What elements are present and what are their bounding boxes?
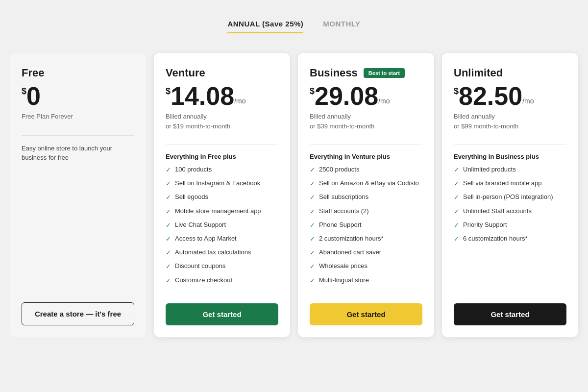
billing-annual[interactable]: ANNUAL (Save 25%) <box>227 20 303 33</box>
feature-item: ✓ Sell in-person (POS integration) <box>454 193 566 202</box>
check-icon: ✓ <box>454 179 459 188</box>
billing-monthly[interactable]: MONTHLY <box>323 20 360 33</box>
feature-item: ✓ Sell on Amazon & eBay via Codisto <box>310 179 422 188</box>
feature-text: 6 customization hours* <box>463 234 528 243</box>
plan-name-business: Business <box>310 67 358 79</box>
price-period-unlimited: /mo <box>522 97 534 105</box>
check-icon: ✓ <box>310 193 315 202</box>
plan-card-free: Free$0Free Plan ForeverEasy online store… <box>10 53 146 337</box>
divider-unlimited <box>454 145 566 145</box>
features-list-business: ✓ 2500 products ✓ Sell on Amazon & eBay … <box>310 165 422 292</box>
check-icon: ✓ <box>166 207 171 216</box>
plan-header-business: BusinessBest to start <box>310 67 422 79</box>
features-header-unlimited: Everything in Business plus <box>454 153 566 160</box>
feature-item: ✓ Multi-lingual store <box>310 276 422 285</box>
feature-text: Staff accounts (2) <box>319 207 369 216</box>
price-period-business: /mo <box>378 97 390 105</box>
check-icon: ✓ <box>310 166 315 174</box>
feature-text: Abandoned cart saver <box>319 248 381 257</box>
price-row-free: $0 <box>22 83 134 109</box>
feature-text: Sell on Amazon & eBay via Codisto <box>319 179 419 188</box>
check-icon: ✓ <box>166 276 171 285</box>
price-amount-unlimited: 82.50 <box>459 83 522 109</box>
feature-item: ✓ Phone Support <box>310 220 422 230</box>
features-header-venture: Everything in Free plus <box>166 153 278 160</box>
feature-text: Sell via branded mobile app <box>463 179 541 188</box>
check-icon: ✓ <box>310 248 315 257</box>
check-icon: ✓ <box>454 221 459 230</box>
price-note-business: Billed annuallyor $39 month-to-month <box>310 112 422 131</box>
plan-card-business: BusinessBest to start$29.08/moBilled ann… <box>298 53 434 337</box>
feature-text: Phone Support <box>319 220 362 229</box>
feature-text: 2 customization hours* <box>319 234 384 243</box>
check-icon: ✓ <box>454 166 459 174</box>
price-note-free: Free Plan Forever <box>22 112 134 122</box>
currency-unlimited: $ <box>454 86 459 97</box>
feature-item: ✓ Priority Support <box>454 220 566 230</box>
feature-item: ✓ 100 products <box>166 165 278 174</box>
divider-venture <box>166 145 278 145</box>
feature-item: ✓ Sell on Instagram & Facebook <box>166 179 278 188</box>
check-icon: ✓ <box>454 207 459 216</box>
cta-button-venture[interactable]: Get started <box>166 303 278 325</box>
check-icon: ✓ <box>454 193 459 202</box>
feature-item: ✓ Access to App Market <box>166 234 278 244</box>
plan-name-venture: Venture <box>166 67 205 79</box>
feature-text: Sell on Instagram & Facebook <box>175 179 260 188</box>
feature-text: 2500 products <box>319 165 359 174</box>
feature-item: ✓ Mobile store management app <box>166 207 278 216</box>
feature-item: ✓ 2500 products <box>310 165 422 174</box>
check-icon: ✓ <box>310 221 315 230</box>
best-badge-business: Best to start <box>364 68 405 78</box>
feature-text: Sell in-person (POS integration) <box>463 193 553 201</box>
cta-button-business[interactable]: Get started <box>310 303 422 325</box>
plan-description-free: Easy online store to launch your busines… <box>22 144 134 163</box>
check-icon: ✓ <box>310 207 315 216</box>
plan-name-unlimited: Unlimited <box>454 67 503 79</box>
feature-text: Automated tax calculations <box>175 248 251 257</box>
feature-item: ✓ Wholesale prices <box>310 262 422 271</box>
plan-card-unlimited: Unlimited$82.50/moBilled annuallyor $99 … <box>442 53 578 337</box>
feature-item: ✓ Unlimited products <box>454 165 566 174</box>
cta-button-free[interactable]: Create a store — it's free <box>22 302 134 325</box>
price-amount-venture: 14.08 <box>171 83 234 109</box>
features-list-venture: ✓ 100 products ✓ Sell on Instagram & Fac… <box>166 165 278 292</box>
check-icon: ✓ <box>166 193 171 202</box>
price-row-unlimited: $82.50/mo <box>454 83 566 109</box>
plans-container: Free$0Free Plan ForeverEasy online store… <box>10 53 578 337</box>
feature-text: Mobile store management app <box>175 207 261 216</box>
plan-card-venture: Venture$14.08/moBilled annuallyor $19 mo… <box>154 53 290 337</box>
plan-header-venture: Venture <box>166 67 278 79</box>
feature-item: ✓ Discount coupons <box>166 262 278 271</box>
check-icon: ✓ <box>310 179 315 188</box>
price-row-business: $29.08/mo <box>310 83 422 109</box>
cta-button-unlimited[interactable]: Get started <box>454 303 566 325</box>
currency-venture: $ <box>166 86 171 97</box>
divider-business <box>310 145 422 145</box>
feature-item: ✓ Unlimited Staff accounts <box>454 207 566 216</box>
divider-free <box>22 135 134 136</box>
features-list-unlimited: ✓ Unlimited products ✓ Sell via branded … <box>454 165 566 292</box>
feature-item: ✓ Staff accounts (2) <box>310 207 422 216</box>
currency-free: $ <box>22 86 26 97</box>
check-icon: ✓ <box>454 235 459 244</box>
check-icon: ✓ <box>166 221 171 230</box>
currency-business: $ <box>310 86 315 97</box>
check-icon: ✓ <box>310 276 315 285</box>
feature-text: Priority Support <box>463 220 507 229</box>
feature-item: ✓ Sell egoods <box>166 193 278 202</box>
price-period-venture: /mo <box>234 97 245 105</box>
check-icon: ✓ <box>166 235 171 244</box>
billing-toggle: ANNUAL (Save 25%) MONTHLY <box>227 20 360 33</box>
feature-text: Wholesale prices <box>319 262 368 270</box>
feature-text: Multi-lingual store <box>319 276 369 285</box>
feature-text: Sell egoods <box>175 193 208 201</box>
price-note-unlimited: Billed annuallyor $99 month-to-month <box>454 112 566 131</box>
feature-text: Discount coupons <box>175 262 225 270</box>
feature-text: Unlimited products <box>463 165 516 174</box>
feature-text: Access to App Market <box>175 234 237 243</box>
feature-text: Customize checkout <box>175 276 232 285</box>
feature-text: Sell subscriptions <box>319 193 368 201</box>
check-icon: ✓ <box>310 235 315 244</box>
features-header-business: Everything in Venture plus <box>310 153 422 160</box>
